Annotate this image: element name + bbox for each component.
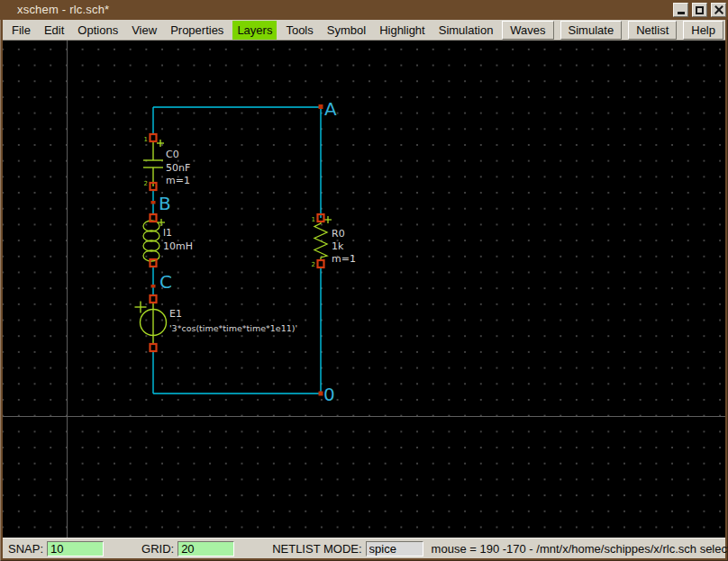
menu-layers[interactable]: Layers: [232, 21, 277, 40]
component-capacitor[interactable]: 1 2 C0 50nF m=1: [143, 134, 190, 190]
menu-highlight[interactable]: Highlight: [375, 21, 430, 40]
net-label-a[interactable]: A: [324, 98, 337, 120]
netlist-mode-label: NETLIST MODE:: [272, 542, 361, 556]
inductor-value: 10mH: [163, 240, 193, 252]
pin-number: 1: [312, 216, 315, 223]
mouse-status-text: mouse = 190 -170 - /mnt/x/home/schippes/…: [432, 542, 728, 556]
resistor-mult: m=1: [332, 253, 356, 265]
simulate-button[interactable]: Simulate: [560, 21, 623, 40]
maximize-button[interactable]: [692, 3, 707, 17]
menu-edit[interactable]: Edit: [40, 21, 68, 40]
component-vsource[interactable]: E1 '3*cos(time*time*time*1e11)': [135, 295, 298, 351]
capacitor-mult: m=1: [166, 175, 190, 186]
close-button[interactable]: [711, 3, 726, 17]
menu-symbol[interactable]: Symbol: [323, 21, 370, 40]
pin-number: 2: [312, 261, 315, 268]
minimize-icon: [678, 12, 685, 14]
menubar: File Edit Options View Properties Layers…: [3, 20, 725, 41]
netlist-button[interactable]: Netlist: [628, 21, 677, 40]
menu-file[interactable]: File: [7, 21, 35, 40]
grid-input[interactable]: [177, 541, 234, 556]
vsource-ref: E1: [169, 308, 182, 320]
pin-square: [150, 134, 157, 141]
window-controls: [673, 3, 726, 17]
waves-button[interactable]: Waves: [502, 21, 553, 40]
resistor-value: 1k: [332, 240, 344, 252]
minimize-button[interactable]: [673, 3, 688, 17]
help-button[interactable]: Help: [683, 21, 723, 40]
snap-input[interactable]: [47, 541, 104, 556]
maximize-icon: [696, 6, 704, 14]
grid-label: GRID:: [141, 542, 174, 556]
menu-properties[interactable]: Properties: [166, 21, 228, 40]
pin-square: [150, 295, 157, 303]
pin-square: [150, 259, 157, 267]
inductor-ref: l1: [163, 227, 172, 239]
net-label-gnd[interactable]: 0: [323, 384, 335, 405]
netlist-mode-input[interactable]: [366, 541, 423, 556]
net-label-b[interactable]: B: [159, 193, 171, 214]
pin-square: [318, 260, 324, 267]
resistor-ref: R0: [332, 228, 345, 240]
pin-number: 2: [144, 180, 148, 187]
component-resistor[interactable]: 1 2 R0 1k m=1: [312, 214, 356, 268]
component-inductor[interactable]: l1 10mH: [143, 214, 193, 267]
menu-tools[interactable]: Tools: [281, 21, 317, 40]
vsource-value: '3*cos(time*time*time*1e11)': [169, 323, 297, 333]
pin-number: 1: [144, 136, 148, 143]
rlc-schematic: 1 2 C0 50nF m=1 l1 10mH: [3, 41, 725, 538]
capacitor-value: 50nF: [166, 162, 190, 174]
statusbar: SNAP: GRID: NETLIST MODE: mouse = 190 -1…: [3, 538, 725, 558]
window-title: xschem - rlc.sch*: [17, 3, 109, 16]
menu-simulation[interactable]: Simulation: [434, 21, 498, 40]
net-label-c[interactable]: C: [159, 271, 172, 293]
xschem-window: xschem - rlc.sch* File Edit Options View…: [0, 0, 728, 561]
capacitor-ref: C0: [166, 149, 179, 160]
menubar-actions: Waves Simulate Netlist Help: [502, 21, 725, 40]
menu-view[interactable]: View: [127, 21, 161, 40]
pin-square: [150, 344, 157, 351]
close-icon: [714, 5, 723, 14]
schematic-canvas[interactable]: 1 2 C0 50nF m=1 l1 10mH: [3, 41, 725, 538]
menu-options[interactable]: Options: [73, 21, 123, 40]
snap-label: SNAP:: [8, 542, 43, 556]
titlebar: xschem - rlc.sch*: [0, 0, 728, 20]
